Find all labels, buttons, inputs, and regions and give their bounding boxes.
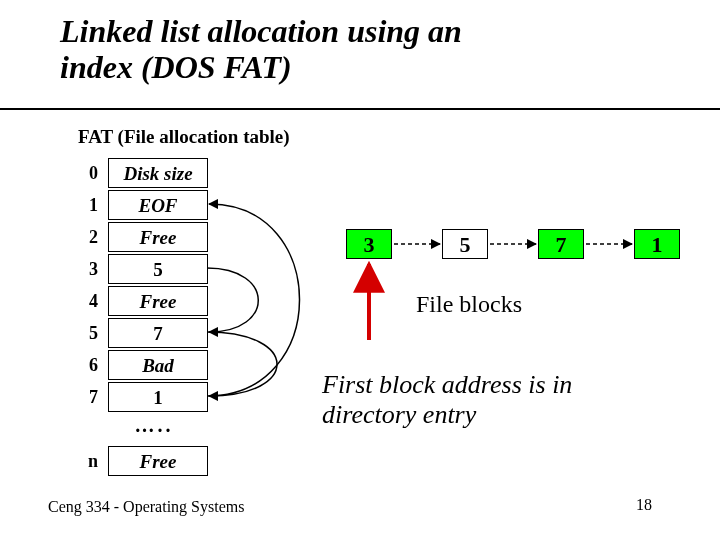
fat-cell: 7 — [108, 318, 208, 348]
file-block-5: 5 — [442, 229, 488, 259]
fat-row-3: 3 5 — [80, 254, 208, 286]
fat-cell: Disk size — [108, 158, 208, 188]
fat-index: 6 — [80, 350, 98, 376]
fat-index: 4 — [80, 286, 98, 312]
fat-cell: 5 — [108, 254, 208, 284]
fat-ellipsis: ….. — [104, 414, 204, 437]
fat-cell: 1 — [108, 382, 208, 412]
fat-row-1: 1 EOF — [80, 190, 208, 222]
fat-row-6: 6 Bad — [80, 350, 208, 382]
file-block-1: 1 — [634, 229, 680, 259]
fat-cell: Free — [108, 286, 208, 316]
fat-cell: EOF — [108, 190, 208, 220]
caption-line-2: directory entry — [322, 400, 476, 429]
file-block-7: 7 — [538, 229, 584, 259]
slide: Linked list allocation using an index (D… — [0, 0, 720, 540]
fat-cell: Free — [108, 222, 208, 252]
title-line-1: Linked list allocation using an — [60, 13, 462, 49]
title-line-2: index (DOS FAT) — [60, 49, 292, 85]
fat-index: 3 — [80, 254, 98, 280]
file-block-3: 3 — [346, 229, 392, 259]
slide-title: Linked list allocation using an index (D… — [60, 14, 462, 86]
fat-row-7: 7 1 — [80, 382, 208, 414]
fat-ellipsis-row: ….. — [80, 414, 208, 446]
fat-index: 7 — [80, 382, 98, 408]
fat-index: n — [80, 446, 98, 472]
page-number: 18 — [636, 496, 652, 514]
caption-line-1: First block address is in — [322, 370, 572, 399]
fat-row-n: n Free — [80, 446, 208, 478]
fat-row-5: 5 7 — [80, 318, 208, 350]
fat-caption: FAT (File allocation table) — [78, 126, 290, 148]
title-divider — [0, 108, 720, 110]
first-block-caption: First block address is in directory entr… — [322, 370, 572, 430]
fat-cell: Free — [108, 446, 208, 476]
fat-index: 1 — [80, 190, 98, 216]
slide-footer: Ceng 334 - Operating Systems — [48, 498, 244, 516]
file-blocks-label: File blocks — [416, 291, 522, 318]
fat-row-4: 4 Free — [80, 286, 208, 318]
fat-cell: Bad — [108, 350, 208, 380]
fat-table: 0 Disk size 1 EOF 2 Free 3 5 4 Free 5 7 … — [80, 158, 208, 478]
fat-index: 5 — [80, 318, 98, 344]
fat-index: 0 — [80, 158, 98, 184]
fat-row-2: 2 Free — [80, 222, 208, 254]
fat-row-0: 0 Disk size — [80, 158, 208, 190]
fat-index: 2 — [80, 222, 98, 248]
